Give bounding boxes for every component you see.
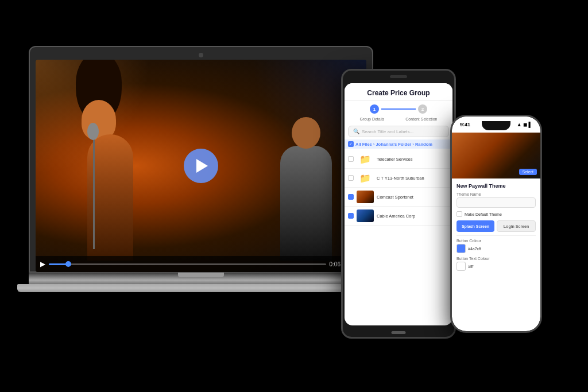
file-row-4[interactable]: Cable America Corp bbox=[345, 207, 452, 226]
button-text-color-label: Button Text Colour bbox=[457, 257, 536, 261]
step-1-label: Group Details bbox=[359, 117, 384, 121]
phone-notch bbox=[482, 121, 510, 130]
control-play-icon[interactable]: ▶ bbox=[40, 260, 45, 268]
theme-name-group: Theme Name bbox=[457, 192, 536, 208]
stepper: 1 2 bbox=[345, 101, 452, 117]
screen-tab-group: Splash Screen Login Screen bbox=[457, 220, 536, 232]
laptop-base bbox=[29, 273, 373, 285]
button-text-color-box[interactable] bbox=[457, 262, 466, 271]
file-thumb-4 bbox=[357, 209, 374, 222]
phone-content: New Paywall Theme Theme Name Make Defaul… bbox=[452, 178, 540, 279]
tab-login-screen[interactable]: Login Screen bbox=[497, 220, 536, 232]
button-text-color-group: Button Text Colour #fff bbox=[457, 257, 536, 271]
breadcrumb-checkbox[interactable]: ✓ bbox=[348, 141, 354, 147]
phone-section-title: New Paywall Theme bbox=[457, 183, 536, 189]
divider-1 bbox=[457, 235, 536, 236]
file-row-3[interactable]: Comcast Sportsnet bbox=[345, 188, 452, 207]
tablet-device: Create Price Group 1 2 Group Details Con… bbox=[341, 69, 456, 339]
file-checkbox-2[interactable] bbox=[348, 175, 354, 181]
file-name-3: Comcast Sportsnet bbox=[377, 195, 449, 200]
file-thumb-2: 📁 bbox=[357, 172, 374, 184]
laptop: ▶ 0:06 🔊 ⛶ bbox=[29, 46, 385, 344]
default-theme-checkbox[interactable] bbox=[457, 211, 462, 217]
button-color-hex: #4a7cff bbox=[468, 247, 481, 251]
step-connector bbox=[381, 108, 416, 110]
tablet-title: Create Price Group bbox=[349, 89, 448, 97]
theme-name-input[interactable] bbox=[457, 197, 536, 208]
search-icon: 🔍 bbox=[353, 129, 359, 134]
laptop-hinge bbox=[178, 273, 224, 277]
file-name-4: Cable America Corp bbox=[377, 214, 449, 219]
step-labels: Group Details Content Selection bbox=[345, 117, 452, 123]
progress-bar-track[interactable] bbox=[49, 263, 326, 265]
button-color-label: Button Colour bbox=[457, 239, 536, 243]
tablet-screen: Create Price Group 1 2 Group Details Con… bbox=[345, 83, 452, 325]
video-controls-bar: ▶ 0:06 🔊 ⛶ bbox=[36, 256, 366, 272]
button-text-color-swatch[interactable]: #fff bbox=[457, 262, 536, 271]
default-theme-row[interactable]: Make Default Theme bbox=[457, 211, 536, 217]
play-icon bbox=[196, 159, 208, 173]
button-color-swatch[interactable]: #4a7cff bbox=[457, 244, 536, 253]
laptop-screen: ▶ 0:06 🔊 ⛶ bbox=[36, 60, 366, 272]
breadcrumb-path: All Files › Johanna's Folder › Random bbox=[355, 142, 432, 147]
file-checkbox-4[interactable] bbox=[348, 213, 354, 219]
progress-indicator bbox=[65, 261, 71, 267]
file-name-1: Telecaller Services bbox=[377, 157, 449, 162]
button-color-group: Button Colour #4a7cff bbox=[457, 239, 536, 253]
default-theme-label: Make Default Theme bbox=[465, 212, 502, 216]
step-1-circle: 1 bbox=[370, 104, 379, 114]
step-2-circle: 2 bbox=[418, 104, 427, 114]
breadcrumb-row[interactable]: ✓ All Files › Johanna's Folder › Random bbox=[345, 139, 452, 149]
tablet-notch bbox=[390, 75, 407, 78]
scene: ▶ 0:06 🔊 ⛶ Create Price Group bbox=[0, 0, 588, 392]
theme-name-label: Theme Name bbox=[457, 192, 536, 196]
video-time-label: 0:06 bbox=[330, 261, 341, 267]
phone-top-image: Select bbox=[452, 133, 540, 178]
laptop-bottom-edge bbox=[17, 284, 385, 292]
file-row-1[interactable]: 📁 Telecaller Services bbox=[345, 150, 452, 169]
file-row-2[interactable]: 📁 C T Y13-North Suburban bbox=[345, 169, 452, 188]
laptop-screen-border: ▶ 0:06 🔊 ⛶ bbox=[29, 46, 373, 273]
file-thumb-3 bbox=[357, 191, 374, 203]
phone-time: 9:41 bbox=[460, 122, 470, 127]
search-placeholder: Search Title and Labels... bbox=[362, 129, 413, 134]
file-name-2: C T Y13-North Suburban bbox=[377, 176, 449, 181]
step-2-label: Content Selection bbox=[405, 117, 437, 121]
phone-image-button[interactable]: Select bbox=[519, 169, 537, 175]
button-color-box[interactable] bbox=[457, 244, 466, 253]
tablet-header: Create Price Group bbox=[345, 83, 452, 101]
laptop-camera bbox=[199, 53, 203, 57]
phone-device: 9:41 ▲ ◼ ▌ Select New Paywall Theme Them… bbox=[450, 115, 542, 333]
play-overlay bbox=[36, 60, 366, 272]
play-button[interactable] bbox=[184, 149, 218, 183]
tab-splash-screen[interactable]: Splash Screen bbox=[457, 220, 494, 232]
phone-screen: 9:41 ▲ ◼ ▌ Select New Paywall Theme Them… bbox=[452, 117, 540, 331]
tablet-search-bar[interactable]: 🔍 Search Title and Labels... bbox=[348, 126, 449, 137]
button-text-color-hex: #fff bbox=[468, 265, 473, 269]
file-checkbox-1[interactable] bbox=[348, 156, 354, 162]
file-thumb-1: 📁 bbox=[357, 153, 374, 165]
file-checkbox-3[interactable] bbox=[348, 194, 354, 200]
tablet-home-button bbox=[392, 331, 406, 334]
phone-status-icons: ▲ ◼ ▌ bbox=[517, 122, 532, 127]
